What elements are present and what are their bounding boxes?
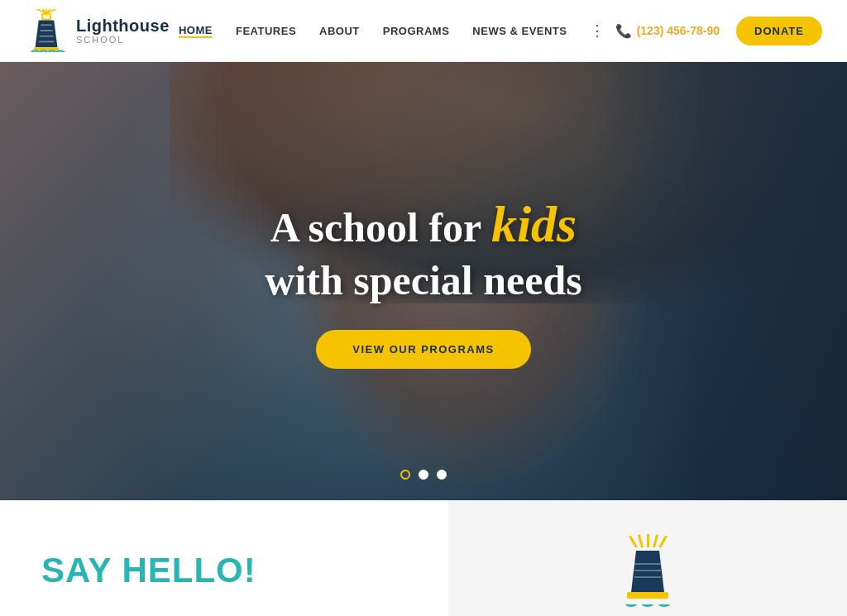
header: Lighthouse SCHOOL HOME FEATURES ABOUT PR…: [0, 0, 847, 62]
nav-item-home[interactable]: HOME: [179, 24, 213, 38]
nav-item-features[interactable]: FEATURES: [236, 25, 296, 37]
donate-button[interactable]: DONATE: [736, 17, 822, 45]
hero-line1: A school for kids: [265, 193, 581, 255]
bottom-right: [448, 500, 847, 616]
nav-item-about[interactable]: ABOUT: [319, 25, 360, 37]
phone-area[interactable]: 📞 (123) 456-78-90: [615, 23, 720, 39]
hero-line2: with special needs: [265, 255, 581, 305]
hero-text-a-school-for: A school for: [270, 204, 481, 251]
lighthouse-bottom-icon: [625, 534, 670, 607]
hero-dot-3[interactable]: [437, 470, 447, 480]
say-hello-text: SAY HELLO!: [41, 551, 256, 590]
lighthouse-logo-icon: [25, 9, 68, 52]
ray-1: [629, 535, 638, 547]
wave-1: [625, 602, 637, 607]
nav-item-programs[interactable]: PROGRAMS: [383, 25, 450, 37]
wave-2: [642, 602, 653, 607]
wave-3: [658, 602, 670, 607]
nav-item-news-events[interactable]: NEWS & EVENTS: [472, 25, 567, 37]
bottom-section: SAY HELLO!: [0, 500, 847, 616]
lighthouse-base: [627, 592, 668, 599]
logo-main-text: Lighthouse: [76, 17, 170, 35]
ray-4: [653, 534, 658, 547]
svg-rect-12: [34, 47, 59, 50]
logo-text: Lighthouse SCHOOL: [76, 17, 170, 45]
lighthouse-rays: [635, 534, 661, 547]
svg-marker-7: [36, 20, 58, 47]
hero-headline: A school for kids with special needs: [265, 193, 581, 304]
svg-rect-11: [39, 41, 54, 43]
hero-carousel-dots: [400, 470, 447, 480]
header-right: 📞 (123) 456-78-90 DONATE: [615, 17, 822, 45]
hero-dot-1[interactable]: [400, 470, 410, 480]
main-nav: HOME FEATURES ABOUT PROGRAMS NEWS & EVEN…: [179, 21, 606, 40]
svg-rect-8: [41, 24, 51, 26]
lighthouse-waves: [625, 602, 670, 607]
ray-2: [637, 534, 643, 547]
svg-rect-10: [40, 36, 54, 37]
hero-content: A school for kids with special needs VIE…: [0, 62, 847, 500]
phone-number: (123) 456-78-90: [637, 24, 720, 37]
bottom-left: SAY HELLO!: [0, 500, 448, 616]
svg-rect-6: [43, 15, 50, 19]
logo[interactable]: Lighthouse SCHOOL: [25, 9, 170, 52]
ray-3: [647, 534, 649, 547]
more-nav-icon[interactable]: ⋮: [590, 21, 605, 40]
ray-5: [658, 535, 668, 547]
lighthouse-tower: [631, 551, 664, 592]
hero-section: A school for kids with special needs VIE…: [0, 62, 847, 500]
svg-rect-9: [40, 30, 52, 31]
hero-cta-button[interactable]: VIEW OUR PROGRAMS: [316, 330, 530, 369]
logo-sub-text: SCHOOL: [76, 35, 170, 45]
phone-icon: 📞: [615, 23, 632, 39]
hero-kids-word: kids: [491, 196, 577, 252]
hero-dot-2[interactable]: [419, 470, 428, 480]
